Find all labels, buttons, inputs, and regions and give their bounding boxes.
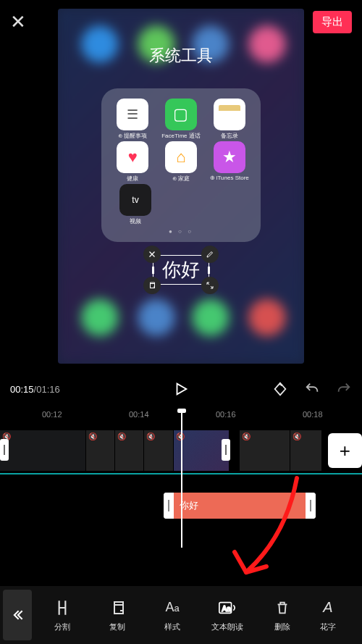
tool-label: 分割 [54,622,70,632]
tool-label: 复制 [109,622,125,632]
mute-icon: 🔇 [117,432,126,440]
mute-icon: 🔇 [242,432,251,440]
play-button[interactable] [173,381,189,397]
ruler-tick: 00:16 [216,410,236,419]
undo-icon[interactable] [304,381,320,397]
mute-icon: 🔇 [88,432,97,440]
overlay-scale-handle[interactable] [201,277,219,294]
timeline-clip[interactable]: 🔇 [144,430,173,471]
tool-text-to-speech[interactable]: Aa 文本朗读 [200,598,255,632]
text-overlay[interactable]: 你好 [153,255,209,285]
app-tv: tv视频 [113,184,158,225]
tool-copy[interactable]: 复制 [90,598,145,632]
overlay-copy-handle[interactable] [143,277,161,294]
clip-handle-right[interactable] [222,439,230,461]
overlay-edit-handle[interactable] [201,246,219,263]
tool-label: 花字 [320,622,336,632]
annotation-arrow [217,471,326,594]
copy-icon [108,598,127,617]
ruler-tick: 00:12 [42,410,62,419]
text-clip-handle-right[interactable] [306,493,316,519]
timeline-clip[interactable]: 🔇 [240,430,290,471]
mute-icon: 🔇 [146,432,155,440]
svg-rect-0 [151,284,155,288]
svg-rect-1 [114,605,123,614]
app-notes: 备忘录 [207,99,252,140]
mute-icon: 🔇 [176,432,185,440]
app-itunes: ★⊕ iTunes Store [207,141,252,183]
tool-label: 删除 [274,622,290,632]
overlay-delete-handle[interactable] [143,246,161,263]
clip-handle-left[interactable] [0,439,9,461]
delete-icon [273,598,292,617]
overlay-text: 你好 [162,259,200,280]
text-clip-handle-left[interactable] [164,493,174,519]
folder-page-dots: ● ○ ○ [109,228,253,235]
svg-text:Aa: Aa [222,604,232,612]
style-icon: Aa [163,598,182,617]
toolbar-back-button[interactable] [3,590,32,640]
tts-icon: Aa [218,598,237,617]
app-facetime: ▢FaceTime 通话 [159,99,203,140]
close-button[interactable]: ✕ [10,11,26,33]
timeline-clip[interactable]: 🔇 [290,430,322,471]
redo-icon[interactable] [336,381,352,397]
tool-label: 文本朗读 [211,622,243,632]
tool-fancy-text[interactable]: A 花字 [310,598,346,632]
tool-split[interactable]: 分割 [35,598,90,632]
video-preview[interactable]: 系统工具 ☰⊕ 提醒事项 ▢FaceTime 通话 备忘录 ♥健康 ⌂⊕ 家庭 … [58,9,304,364]
split-icon [53,598,72,617]
ruler-tick: 00:14 [129,410,149,419]
keyframe-icon[interactable] [272,381,288,397]
timeline-clip[interactable]: 🔇 [86,430,115,471]
tool-style[interactable]: Aa 样式 [145,598,200,632]
app-health: ♥健康 [110,141,155,183]
tool-delete[interactable]: 删除 [255,598,310,632]
add-clip-button[interactable]: + [328,433,362,468]
bottom-toolbar: 分割 复制 Aa 样式 Aa 文本朗读 删除 A 花字 [0,586,362,644]
timecode: 00:15/01:16 [10,384,60,395]
text-clip[interactable]: 你好 [164,493,316,519]
export-button[interactable]: 导出 [313,11,352,33]
timeline-clip[interactable]: 🔇 [115,430,144,471]
folder-title: 系统工具 [58,45,304,67]
app-reminders: ☰⊕ 提醒事项 [110,99,155,140]
fancy-text-icon: A [319,598,337,617]
app-home: ⌂⊕ 家庭 [159,141,203,183]
ruler-tick: 00:18 [303,410,323,419]
mute-icon: 🔇 [292,432,301,440]
tool-label: 样式 [164,622,180,632]
app-folder: ☰⊕ 提醒事项 ▢FaceTime 通话 备忘录 ♥健康 ⌂⊕ 家庭 ★⊕ iT… [101,88,261,242]
playback-controls: 00:15/01:16 [0,373,362,405]
timeline-clip[interactable]: 🔇 [0,430,86,471]
playhead[interactable] [181,410,182,548]
